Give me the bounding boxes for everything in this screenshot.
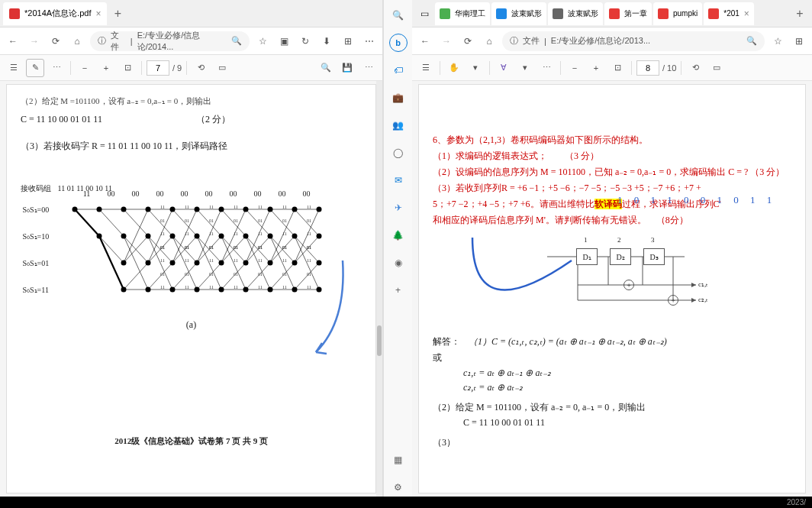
svg-text:11: 11: [258, 258, 263, 263]
back-button[interactable]: ←: [417, 33, 433, 50]
home-button[interactable]: ⌂: [69, 33, 85, 50]
forward-button[interactable]: →: [26, 33, 43, 50]
tab-5[interactable]: *201×: [704, 2, 754, 25]
save-icon[interactable]: 💾: [338, 59, 356, 77]
overflow-icon[interactable]: ⋯: [359, 59, 378, 77]
url-bar[interactable]: ⓘ 文件 | E:/专业必修/信息论/2013... 🔍: [502, 31, 765, 51]
star-icon[interactable]: ☆: [254, 33, 271, 50]
node: [218, 260, 224, 266]
tab-1[interactable]: 波束赋形: [491, 2, 546, 25]
tab-label: 第一章: [624, 8, 647, 19]
node: [292, 234, 297, 239]
more-tools-icon[interactable]: ⋯: [47, 59, 66, 77]
svg-line-36: [172, 236, 197, 290]
svg-line-4: [99, 236, 124, 263]
scroll-thumb[interactable]: [377, 325, 382, 356]
box-d2: D₂: [610, 248, 631, 265]
more-icon[interactable]: ⋯: [361, 33, 378, 50]
bing-icon[interactable]: b: [389, 34, 408, 52]
zoom-in-button[interactable]: +: [97, 59, 115, 77]
person-icon[interactable]: 👥: [389, 116, 408, 134]
state-01: S₀S₁=01: [23, 259, 50, 267]
refresh-button[interactable]: ⟳: [459, 33, 476, 50]
search-icon[interactable]: 🔍: [231, 36, 242, 46]
node: [169, 287, 175, 293]
layout-icon[interactable]: ▭: [707, 59, 726, 77]
eye-icon[interactable]: ◉: [389, 254, 408, 272]
scrollbar[interactable]: [376, 81, 382, 497]
zoom-out-button[interactable]: −: [566, 59, 584, 77]
url-text: E:/专业必修/信息论/2013...: [551, 35, 650, 47]
grid-icon[interactable]: ▦: [389, 451, 408, 469]
close-icon[interactable]: ×: [95, 8, 101, 19]
tab-2[interactable]: 波束赋形: [548, 2, 603, 25]
gear-icon[interactable]: ⚙: [389, 478, 408, 497]
zoom-out-button[interactable]: −: [76, 59, 94, 77]
home-button[interactable]: ⌂: [481, 33, 498, 50]
send-icon[interactable]: ✈: [389, 199, 408, 217]
select-icon[interactable]: ▾: [466, 59, 485, 77]
search-icon[interactable]: 🔍: [746, 36, 757, 46]
layout-icon[interactable]: ▭: [213, 59, 231, 77]
download-icon[interactable]: ⬇: [318, 33, 335, 50]
node: [194, 260, 199, 266]
svg-text:11: 11: [209, 258, 214, 263]
refresh-button[interactable]: ⟳: [47, 33, 64, 50]
tag-icon[interactable]: 🏷: [389, 61, 408, 79]
fit-icon[interactable]: ⊡: [118, 59, 137, 77]
rotate-icon[interactable]: ⟲: [686, 59, 704, 77]
briefcase-icon[interactable]: 💼: [389, 89, 408, 107]
top-bit: 00: [205, 189, 213, 198]
encoder-diagram: 1 2 3 D₁ D₂ D₃ + + c₁,ₜ c₂,ₜ: [547, 230, 700, 314]
circle-icon[interactable]: ◯: [389, 144, 408, 162]
reader-icon[interactable]: ▣: [276, 33, 292, 50]
tab-3[interactable]: 第一章: [604, 2, 652, 25]
top-bit: 00: [254, 189, 262, 198]
new-tab-button[interactable]: +: [791, 5, 809, 23]
draw-icon[interactable]: ✎: [26, 59, 44, 77]
plus-icon[interactable]: +: [389, 281, 408, 299]
search-icon[interactable]: 🔍: [389, 6, 408, 24]
svg-text:11: 11: [160, 285, 165, 290]
svg-text:11: 11: [160, 258, 165, 263]
url-bar[interactable]: ⓘ 文件 | E:/专业必修/信息论/2014... 🔍: [90, 31, 250, 51]
page-input[interactable]: [636, 60, 659, 76]
top-bit: 00: [132, 189, 140, 198]
outlook-icon[interactable]: ✉: [389, 171, 408, 189]
tab-list-icon[interactable]: ▭: [415, 8, 433, 19]
more-tools-icon[interactable]: ⋯: [537, 59, 556, 77]
highlight-color-icon[interactable]: ▾: [516, 59, 534, 77]
right-toolbar: ☰ ✋ ▾ ∀ ▾ ⋯ − + ⊡ / 10 ⟲ ▭: [412, 55, 812, 81]
sync-icon[interactable]: ↻: [297, 33, 314, 50]
fit-icon[interactable]: ⊡: [608, 59, 627, 77]
ext-icon[interactable]: ⊞: [791, 33, 807, 50]
node: [292, 260, 297, 266]
highlight-icon[interactable]: ∀: [495, 59, 513, 77]
tab-0[interactable]: 华南理工: [435, 2, 490, 25]
tab-4[interactable]: pumpki: [653, 2, 702, 25]
toc-icon[interactable]: ☰: [5, 59, 23, 77]
ans-3: （3）: [433, 436, 791, 449]
svg-line-68: [221, 236, 246, 290]
zoom-in-button[interactable]: +: [587, 59, 605, 77]
svg-text:01: 01: [209, 272, 214, 277]
rotate-icon[interactable]: ⟲: [192, 59, 210, 77]
ext-icon[interactable]: ⊞: [340, 33, 356, 50]
star-icon[interactable]: ☆: [769, 33, 786, 50]
tab-2014pdf[interactable]: *2014A信息论.pdf ×: [3, 2, 107, 25]
close-icon[interactable]: ×: [744, 8, 749, 19]
q6-3-score: （8分）: [656, 215, 688, 225]
right-pane: ▭ 华南理工波束赋形波束赋形第一章pumpki*201× + ← → ⟳ ⌂ ⓘ…: [412, 0, 812, 497]
tree-icon[interactable]: 🌲: [389, 226, 408, 244]
find-icon[interactable]: 🔍: [317, 59, 335, 77]
svg-text:11: 11: [160, 231, 165, 236]
adder-1: +: [624, 280, 634, 290]
new-tab-button[interactable]: +: [108, 5, 127, 23]
info-icon: ⓘ: [510, 35, 518, 47]
svg-text:01: 01: [282, 272, 287, 277]
forward-button[interactable]: →: [438, 33, 455, 50]
hand-icon[interactable]: ✋: [445, 59, 463, 77]
page-input[interactable]: [147, 60, 169, 76]
toc-icon[interactable]: ☰: [417, 59, 435, 77]
back-button[interactable]: ←: [5, 33, 21, 50]
